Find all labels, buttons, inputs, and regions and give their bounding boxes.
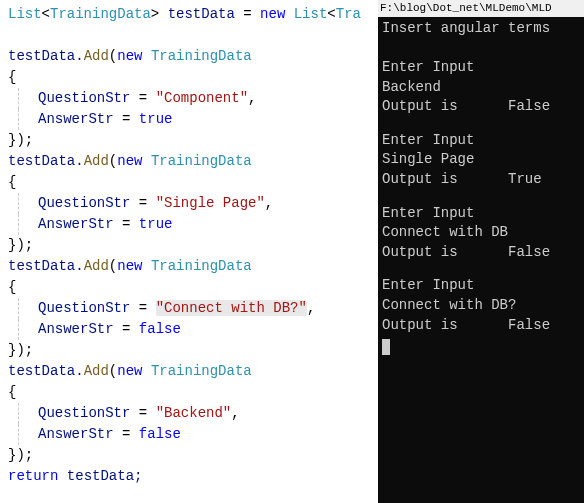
terminal-output: Output is True [382, 170, 580, 190]
variable-token: testData; [67, 468, 143, 484]
method-token: Add [84, 363, 109, 379]
code-line[interactable]: QuestionStr = "Backend", [8, 403, 370, 424]
code-line[interactable]: testData.Add(new TrainingData [8, 361, 370, 382]
code-line[interactable]: { [8, 67, 370, 88]
terminal-prompt: Enter Input [382, 204, 580, 224]
code-line[interactable]: }); [8, 340, 370, 361]
string-token: "Single Page" [156, 195, 265, 211]
type-token: TrainingData [50, 6, 151, 22]
cursor-icon [382, 339, 390, 355]
terminal-group: Enter InputSingle PageOutput is True [382, 131, 580, 190]
method-token: Add [84, 48, 109, 64]
terminal-group: Enter InputBackendOutput is False [382, 58, 580, 117]
terminal-prompt: Enter Input [382, 276, 580, 296]
code-line[interactable]: }); [8, 445, 370, 466]
terminal-panel[interactable]: F:\blog\Dot_net\MLDemo\MLD Insert angula… [378, 0, 584, 503]
code-line[interactable]: testData.Add(new TrainingData [8, 151, 370, 172]
property-token: QuestionStr [38, 300, 130, 316]
code-line-blank [8, 25, 370, 46]
terminal-input: Single Page [382, 150, 580, 170]
terminal-group: Enter InputConnect with DBOutput is Fals… [382, 204, 580, 263]
property-token: AnswerStr [38, 321, 114, 337]
string-token: "Backend" [156, 405, 232, 421]
bool-token: false [139, 321, 181, 337]
property-token: QuestionStr [38, 405, 130, 421]
method-token: Add [84, 153, 109, 169]
code-line[interactable]: QuestionStr = "Connect with DB?", [8, 298, 370, 319]
type-token: TrainingData [151, 48, 252, 64]
terminal-output: Output is False [382, 316, 580, 336]
terminal-output: Output is False [382, 243, 580, 263]
property-token: QuestionStr [38, 195, 130, 211]
terminal-title-bar: F:\blog\Dot_net\MLDemo\MLD [378, 0, 584, 17]
property-token: AnswerStr [38, 426, 114, 442]
keyword-token: new [260, 6, 285, 22]
code-line[interactable]: return testData; [8, 466, 370, 487]
variable-token: testData [168, 6, 235, 22]
code-line[interactable]: AnswerStr = false [8, 319, 370, 340]
terminal-blank [382, 39, 580, 58]
code-line[interactable]: }); [8, 130, 370, 151]
bool-token: false [139, 426, 181, 442]
terminal-prompt: Enter Input [382, 131, 580, 151]
code-line[interactable]: AnswerStr = true [8, 214, 370, 235]
code-line[interactable]: QuestionStr = "Component", [8, 88, 370, 109]
property-token: AnswerStr [38, 216, 114, 232]
type-token: TrainingData [151, 153, 252, 169]
type-token: Tra [336, 6, 361, 22]
variable-token: testData. [8, 258, 84, 274]
terminal-group: Enter InputConnect with DB?Output is Fal… [382, 276, 580, 335]
bool-token: true [139, 111, 173, 127]
terminal-cursor-line[interactable] [382, 335, 580, 355]
type-token: TrainingData [151, 258, 252, 274]
method-token: Add [84, 258, 109, 274]
code-line[interactable]: { [8, 382, 370, 403]
keyword-token: return [8, 468, 58, 484]
code-editor-panel[interactable]: List<TrainingData> testData = new List<T… [0, 0, 378, 503]
code-line[interactable]: { [8, 277, 370, 298]
bool-token: true [139, 216, 173, 232]
terminal-input: Connect with DB [382, 223, 580, 243]
code-line[interactable]: List<TrainingData> testData = new List<T… [8, 4, 370, 25]
keyword-token: new [117, 153, 142, 169]
keyword-token: new [117, 363, 142, 379]
code-line[interactable]: testData.Add(new TrainingData [8, 46, 370, 67]
variable-token: testData. [8, 363, 84, 379]
terminal-input: Backend [382, 78, 580, 98]
code-line[interactable]: { [8, 172, 370, 193]
property-token: AnswerStr [38, 111, 114, 127]
terminal-input: Connect with DB? [382, 296, 580, 316]
keyword-token: new [117, 258, 142, 274]
keyword-token: new [117, 48, 142, 64]
terminal-prompt: Enter Input [382, 58, 580, 78]
type-token: List [8, 6, 42, 22]
terminal-header: Insert angular terms [382, 19, 580, 39]
code-line[interactable]: AnswerStr = false [8, 424, 370, 445]
variable-token: testData. [8, 48, 84, 64]
terminal-output: Output is False [382, 97, 580, 117]
property-token: QuestionStr [38, 90, 130, 106]
code-line[interactable]: testData.Add(new TrainingData [8, 256, 370, 277]
code-line[interactable]: AnswerStr = true [8, 109, 370, 130]
string-token: "Component" [156, 90, 248, 106]
variable-token: testData. [8, 153, 84, 169]
code-line[interactable]: QuestionStr = "Single Page", [8, 193, 370, 214]
string-token: "Connect with DB?" [156, 300, 307, 316]
type-token: TrainingData [151, 363, 252, 379]
code-line[interactable]: }); [8, 235, 370, 256]
type-token: List [294, 6, 328, 22]
